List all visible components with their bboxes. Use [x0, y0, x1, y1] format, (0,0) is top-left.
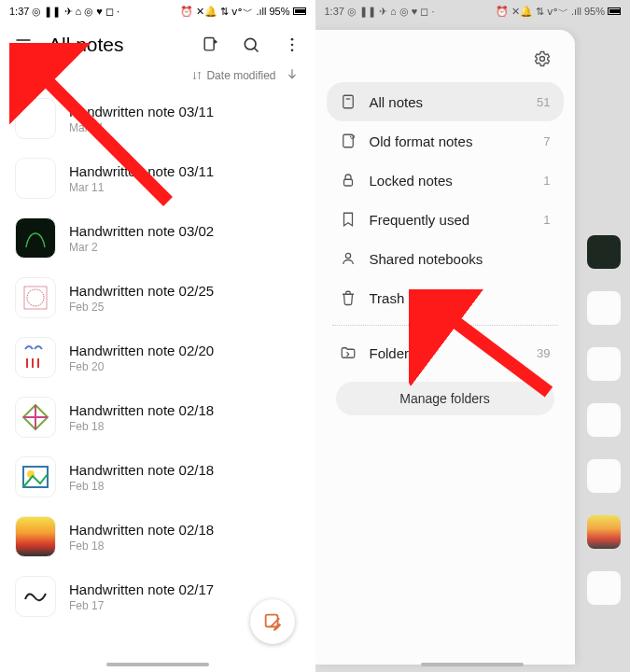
drawer-item-label: Shared notebooks [370, 251, 483, 267]
note-date: Mar 2 [69, 241, 214, 254]
note-item[interactable]: Handwritten note 02/25 Feb 25 [15, 268, 306, 328]
svg-rect-20 [343, 95, 353, 108]
page-title: All notes [49, 34, 185, 56]
note-thumbnail [15, 576, 56, 617]
battery-icon [608, 7, 621, 15]
nav-handle[interactable] [106, 663, 209, 666]
drawer-item-label: Old format notes [370, 133, 473, 149]
drawer-item-all-notes[interactable]: All notes 51 [327, 82, 564, 121]
drawer-item-locked-notes[interactable]: Locked notes 1 [327, 161, 564, 200]
status-icons-left: ◎ ❚❚ ✈ ⌂ ◎ ♥ ◻ · [32, 6, 119, 18]
svg-rect-22 [343, 134, 353, 147]
hamburger-menu-button[interactable] [7, 29, 39, 61]
navigation-drawer: All notes 51 Old format notes 7 Locked n… [315, 30, 575, 665]
phone-left: 1:37 ◎ ❚❚ ✈ ⌂ ◎ ♥ ◻ · ⏰ ✕🔔 ⇅ ᴠᵒ﹀ .ıll 95… [0, 0, 315, 672]
app-bar: All notes [0, 22, 315, 67]
note-thumbnail [15, 516, 56, 557]
drawer-item-count: 7 [543, 134, 550, 148]
background-thumbs [587, 235, 624, 605]
note-item[interactable]: Handwritten note 02/18 Feb 18 [15, 387, 306, 447]
status-icons-right: ⏰ ✕🔔 ⇅ ᴠᵒ﹀ .ıll [180, 5, 266, 19]
svg-rect-3 [204, 38, 214, 50]
note-date: Feb 18 [69, 420, 214, 433]
status-time: 1:37 [325, 6, 344, 17]
note-title: Handwritten note 02/18 [69, 462, 214, 478]
note-title: Handwritten note 02/18 [69, 522, 214, 538]
drawer-item-shared-notebooks[interactable]: Shared notebooks [327, 239, 564, 278]
drawer-item-label: Frequently used [370, 212, 470, 228]
drawer-item-trash[interactable]: Trash [327, 278, 564, 317]
note-date: Feb 17 [69, 599, 214, 612]
settings-button[interactable] [526, 43, 558, 75]
note-date: Feb 18 [69, 539, 214, 553]
svg-rect-10 [24, 287, 47, 309]
drawer-item-label: Folders [370, 345, 416, 361]
drawer-item-frequently-used[interactable]: Frequently used 1 [327, 200, 564, 239]
drawer-divider [332, 325, 558, 326]
note-thumbnail [15, 158, 56, 199]
status-bar: 1:37 ◎ ❚❚ ✈ ⌂ ◎ ♥ ◻ · ⏰ ✕🔔 ⇅ ᴠᵒ﹀ .ıll 95… [0, 0, 315, 22]
note-thumbnail [15, 277, 56, 318]
status-time: 1:37 [9, 6, 29, 17]
note-thumbnail [15, 397, 56, 438]
status-bar: 1:37 ◎ ❚❚ ✈ ⌂ ◎ ♥ ◻ · ⏰ ✕🔔 ⇅ ᴠᵒ﹀ .ıll 95… [315, 0, 631, 22]
svg-point-23 [350, 135, 354, 139]
note-title: Handwritten note 02/20 [69, 343, 214, 358]
status-battery: 95% [269, 6, 289, 17]
manage-folders-button[interactable]: Manage folders [336, 382, 554, 415]
search-button[interactable] [235, 29, 267, 61]
svg-point-6 [290, 38, 293, 41]
drawer-item-label: Trash [370, 290, 405, 306]
note-title: Handwritten note 03/02 [69, 223, 214, 239]
notes-list: Handwritten note 03/11 Mar 11 Handwritte… [0, 89, 315, 626]
manage-folders-label: Manage folders [399, 391, 490, 406]
note-item[interactable]: Handwritten note 02/18 Feb 18 [15, 507, 306, 567]
sort-by-button[interactable]: Date modified [191, 69, 275, 82]
svg-point-25 [345, 253, 350, 258]
note-item[interactable]: Handwritten note 03/11 Mar 11 [15, 89, 306, 148]
status-icons-left: ◎ ❚❚ ✈ ⌂ ◎ ♥ ◻ · [347, 6, 435, 18]
note-date: Feb 20 [69, 360, 214, 373]
status-icons-right: ⏰ ✕🔔 ⇅ ᴠᵒ﹀ .ıll [496, 5, 581, 19]
svg-line-5 [254, 49, 258, 52]
svg-point-8 [290, 49, 293, 52]
note-thumbnail [15, 217, 56, 259]
more-options-button[interactable] [276, 29, 308, 61]
drawer-item-count: 1 [543, 213, 550, 227]
note-title: Handwritten note 02/18 [69, 402, 214, 418]
drawer-item-label: All notes [370, 94, 424, 110]
svg-point-4 [245, 38, 256, 49]
note-item[interactable]: Handwritten note 02/20 Feb 20 [15, 328, 306, 387]
note-thumbnail [15, 456, 56, 497]
svg-rect-24 [343, 179, 352, 186]
drawer-item-count: 1 [543, 174, 550, 188]
note-title: Handwritten note 02/25 [69, 283, 214, 299]
nav-handle[interactable] [421, 663, 524, 666]
drawer-item-old-format[interactable]: Old format notes 7 [327, 121, 564, 161]
drawer-item-count: 39 [537, 346, 550, 360]
note-title: Handwritten note 02/17 [69, 581, 214, 597]
note-date: Feb 18 [69, 480, 214, 493]
svg-point-19 [539, 57, 544, 62]
note-title: Handwritten note 03/11 [69, 104, 214, 119]
note-thumbnail [15, 337, 56, 378]
sort-row: Date modified [0, 67, 315, 89]
sort-label-text: Date modified [206, 69, 275, 82]
note-date: Feb 25 [69, 301, 214, 314]
drawer-item-folders[interactable]: Folders 39 [327, 333, 564, 372]
note-item[interactable]: Handwritten note 03/11 Mar 11 [15, 148, 306, 208]
drawer-item-count: 51 [537, 95, 550, 109]
drawer-item-label: Locked notes [370, 173, 453, 189]
status-battery: 95% [584, 6, 605, 17]
pdf-import-button[interactable] [194, 29, 226, 61]
svg-point-7 [290, 44, 293, 47]
note-item[interactable]: Handwritten note 02/18 Feb 18 [15, 447, 306, 507]
note-item[interactable]: Handwritten note 03/02 Mar 2 [15, 208, 306, 268]
battery-icon [293, 7, 306, 15]
svg-point-11 [27, 289, 44, 306]
note-date: Mar 11 [69, 181, 214, 194]
sort-direction-button[interactable] [286, 67, 299, 83]
phone-right: 1:37 ◎ ❚❚ ✈ ⌂ ◎ ♥ ◻ · ⏰ ✕🔔 ⇅ ᴠᵒ﹀ .ıll 95… [315, 0, 631, 672]
new-note-fab[interactable] [250, 599, 295, 644]
note-thumbnail [15, 98, 56, 139]
